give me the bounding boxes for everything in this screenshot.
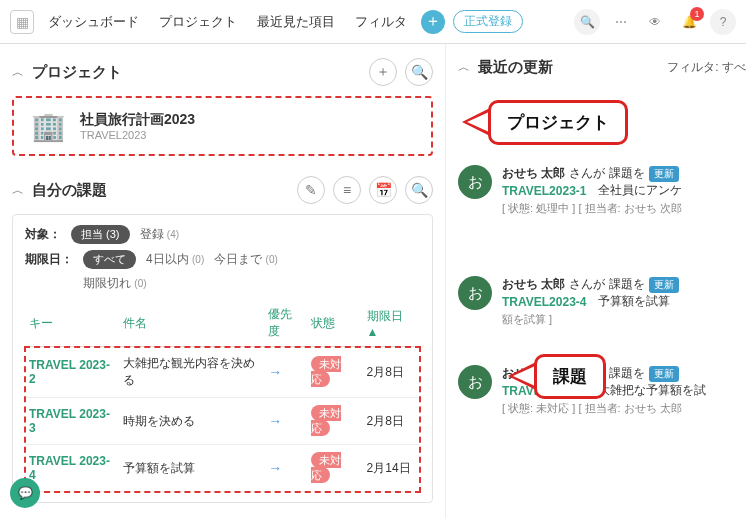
filter-target-label: 対象： [25,226,61,243]
update-key[interactable]: TRAVEL2023-4 [502,295,586,309]
more-icon[interactable]: ⋯ [608,9,634,35]
add-project-button[interactable]: ＋ [369,58,397,86]
issue-subject: 時期を決める [119,398,265,445]
update-meta: 額を試算 ] [502,312,738,327]
priority-icon: → [268,460,282,476]
callout-issue: 課題 [534,354,606,399]
register-button[interactable]: 正式登録 [453,10,523,33]
my-tasks-heading: 自分の課題 [32,181,289,200]
project-name: 社員旅行計画2023 [80,111,195,129]
logo-icon[interactable]: ▦ [10,10,34,34]
status-badge: 未対応 [311,405,341,436]
update-badge: 更新 [649,366,679,382]
update-meta: [ 状態: 処理中 ] [ 担当者: おせち 次郎 [502,201,738,216]
filter-overdue-option[interactable]: 期限切れ (0) [83,275,147,292]
recent-heading: 最近の更新 [478,58,659,77]
filter-created-option[interactable]: 登録 (4) [140,226,180,243]
avatar: お [458,276,492,310]
nav-recent[interactable]: 最近見た項目 [251,9,341,35]
building-icon: 🏢 [28,108,68,144]
projects-heading: プロジェクト [32,63,361,82]
notif-badge: 1 [690,7,704,21]
issue-key[interactable]: TRAVEL 2023-3 [29,407,110,435]
chat-fab[interactable]: 💬 [10,478,40,508]
table-row[interactable]: TRAVEL 2023-2 大雑把な観光内容を決める → 未対応 2月8日 [25,347,420,398]
update-item[interactable]: お おせち 太郎 さんが 課題を 更新 TRAVEL2023-4 予算額を試算 … [458,268,746,339]
nav-projects[interactable]: プロジェクト [153,9,243,35]
avatar: お [458,365,492,399]
update-badge: 更新 [649,277,679,293]
calendar-icon[interactable]: 📅 [369,176,397,204]
update-item[interactable]: お おせち 太郎 さんが 課題を 更新 TRAVEL2023-1 全社員にアンケ… [458,157,746,228]
nav-filter[interactable]: フィルタ [349,9,413,35]
chevron-up-icon[interactable]: ︿ [12,182,24,199]
col-due[interactable]: 期限日 ▲ [363,300,420,347]
callout-project: プロジェクト [488,100,628,145]
filter-all-pill[interactable]: すべて [83,250,136,269]
col-key[interactable]: キー [25,300,119,347]
chevron-up-icon[interactable]: ︿ [458,59,470,76]
table-row[interactable]: TRAVEL 2023-4 予算額を試算 → 未対応 2月14日 [25,445,420,492]
search-tasks-button[interactable]: 🔍 [405,176,433,204]
update-meta: [ 状態: 未対応 ] [ 担当者: おせち 太郎 [502,401,738,416]
issue-key[interactable]: TRAVEL 2023-2 [29,358,110,386]
filter-4days-option[interactable]: 4日以内 (0) [146,251,204,268]
update-key[interactable]: TRAVEL2023-1 [502,184,586,198]
projects-section-head: ︿ プロジェクト ＋ 🔍 [12,58,433,86]
tasks-table: キー 件名 優先度 状態 期限日 ▲ TRAVEL 2023-2 大雑把な観光内… [25,300,420,492]
issue-subject: 大雑把な観光内容を決める [119,347,265,398]
filter-assigned-pill[interactable]: 担当 (3) [71,225,130,244]
issue-key[interactable]: TRAVEL 2023-4 [29,454,110,482]
priority-icon: → [268,413,282,429]
col-subject[interactable]: 件名 [119,300,265,347]
project-card[interactable]: 🏢 社員旅行計画2023 TRAVEL2023 [12,96,433,156]
due-date: 2月8日 [363,347,420,398]
tasks-panel: 対象： 担当 (3) 登録 (4) 期限日： すべて 4日以内 (0) 今日まで… [12,214,433,503]
due-date: 2月14日 [363,445,420,492]
chevron-up-icon[interactable]: ︿ [12,64,24,81]
search-project-button[interactable]: 🔍 [405,58,433,86]
task-tool2-button[interactable]: ≡ [333,176,361,204]
col-priority[interactable]: 優先度 [264,300,307,347]
col-status[interactable]: 状態 [307,300,363,347]
nav-dashboard[interactable]: ダッシュボード [42,9,145,35]
callout-arrow-icon [462,108,490,136]
status-badge: 未対応 [311,356,341,387]
avatar: お [458,165,492,199]
task-tool1-button[interactable]: ✎ [297,176,325,204]
eye-icon[interactable]: 👁 [642,9,668,35]
recent-filter-label[interactable]: フィルタ: すべ [667,59,746,76]
priority-icon: → [268,364,282,380]
update-badge: 更新 [649,166,679,182]
recent-section-head: ︿ 最近の更新 フィルタ: すべ [458,58,746,77]
add-button[interactable]: ＋ [421,10,445,34]
callout-arrow-icon [508,362,536,390]
top-nav: ▦ ダッシュボード プロジェクト 最近見た項目 フィルタ ＋ 正式登録 🔍 ⋯ … [0,0,746,44]
status-badge: 未対応 [311,452,341,483]
due-date: 2月8日 [363,398,420,445]
tasks-section-head: ︿ 自分の課題 ✎ ≡ 📅 🔍 [12,176,433,204]
table-row[interactable]: TRAVEL 2023-3 時期を決める → 未対応 2月8日 [25,398,420,445]
help-icon[interactable]: ? [710,9,736,35]
filter-today-option[interactable]: 今日まで (0) [214,251,278,268]
project-key: TRAVEL2023 [80,129,195,141]
issue-subject: 予算額を試算 [119,445,265,492]
filter-due-label: 期限日： [25,251,73,268]
bell-icon[interactable]: 🔔1 [676,9,702,35]
search-icon[interactable]: 🔍 [574,9,600,35]
